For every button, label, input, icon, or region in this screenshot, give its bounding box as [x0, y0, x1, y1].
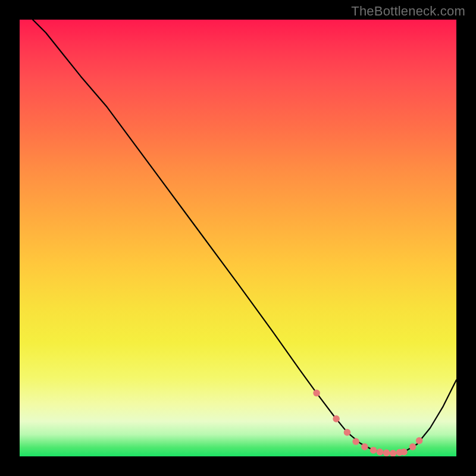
highlight-dot [416, 437, 423, 444]
highlight-dot [400, 449, 408, 456]
highlight-dot [344, 429, 351, 436]
chart-svg [20, 20, 456, 456]
bottleneck-curve [33, 20, 456, 453]
highlight-dot [352, 438, 359, 445]
highlight-dots [313, 390, 422, 456]
highlight-dot [313, 390, 320, 397]
highlight-dot [409, 443, 416, 450]
highlight-dot [383, 449, 390, 456]
highlight-dot [377, 449, 384, 456]
highlight-dot [361, 443, 368, 450]
highlight-dot [333, 415, 340, 422]
chart-area [20, 20, 456, 456]
highlight-dot [390, 450, 397, 456]
attribution-text: TheBottleneck.com [351, 4, 465, 19]
highlight-dot [370, 447, 377, 454]
